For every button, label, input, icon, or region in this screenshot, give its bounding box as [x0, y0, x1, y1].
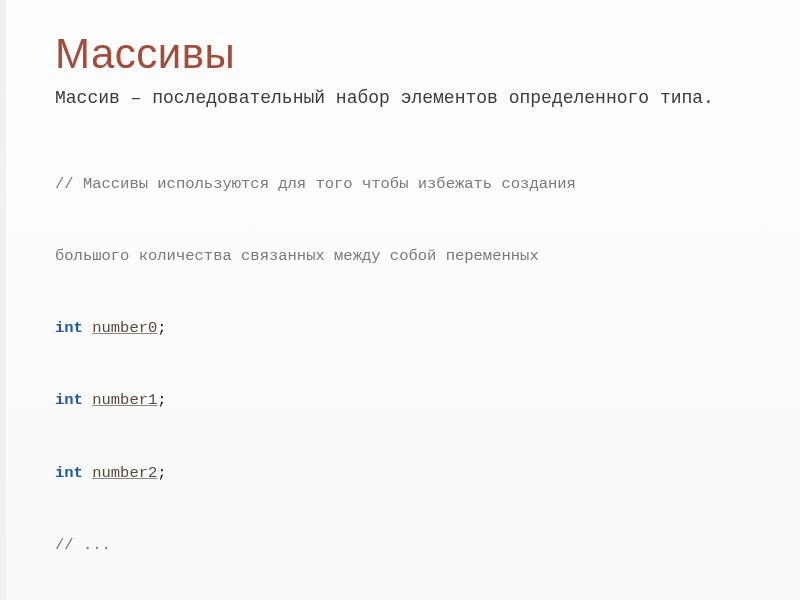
punct: ; [157, 391, 166, 409]
identifier: number2 [92, 464, 157, 482]
identifier: number1 [92, 391, 157, 409]
code-block: // Массивы используются для того чтобы и… [55, 124, 750, 600]
comment-text: // ... [55, 536, 111, 554]
comment-text: // Массивы используются для того чтобы и… [55, 175, 576, 193]
keyword: int [55, 391, 83, 409]
slide-subtitle: Массив – последовательный набор элементо… [55, 86, 750, 110]
identifier: number0 [92, 319, 157, 337]
keyword: int [55, 464, 83, 482]
slide: Массивы Массив – последовательный набор … [0, 0, 800, 600]
slide-title: Массивы [55, 30, 750, 78]
punct: ; [157, 319, 166, 337]
comment-text: большого количества связанных между собо… [55, 247, 539, 265]
punct: ; [157, 464, 166, 482]
keyword: int [55, 319, 83, 337]
